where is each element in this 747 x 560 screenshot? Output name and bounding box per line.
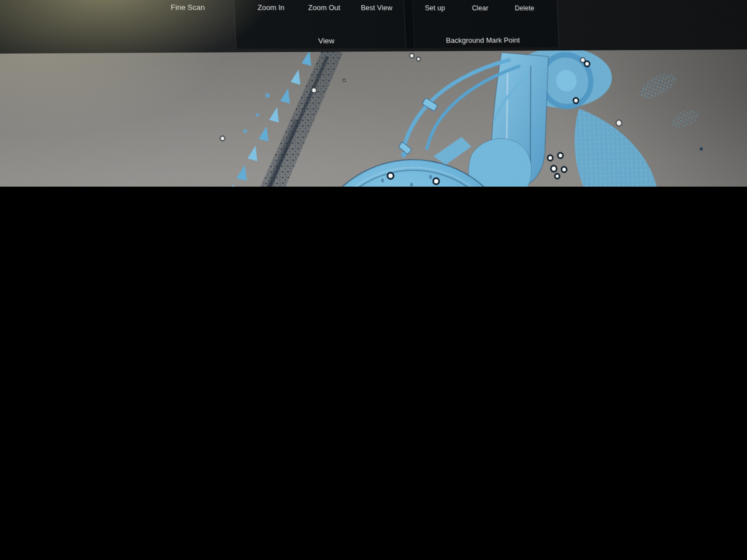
zoom-in-button[interactable]: Zoom In [243, 0, 298, 12]
group-title-view: View [236, 36, 414, 45]
fine-scan-icon [180, 0, 195, 1]
set-up-button[interactable]: Set up [408, 0, 461, 12]
zoom-in-icon [263, 0, 278, 1]
best-view-icon [369, 0, 383, 1]
best-view-button[interactable]: Best View [350, 0, 403, 12]
fine-scan-button[interactable]: Fine Scan [159, 0, 216, 12]
scan-viewport[interactable]: Y Y [0, 49, 747, 187]
point-cloud-noise-upper-left [172, 49, 354, 187]
photo-of-laptop: View Background Mark Point Fine Scan Zoo… [0, 0, 747, 187]
scan-toolbar: View Background Mark Point Fine Scan Zoo… [0, 0, 747, 54]
group-title-bmp: Background Mark Point [406, 36, 559, 45]
set-up-icon [428, 0, 441, 1]
brake-assembly-scan [295, 49, 668, 187]
delete-icon [517, 0, 531, 2]
clear-icon [473, 0, 486, 2]
delete-button[interactable]: Delete [498, 0, 549, 12]
zoom-out-button[interactable]: Zoom Out [297, 0, 351, 12]
zoom-out-icon [317, 0, 331, 1]
clear-button[interactable]: Clear [454, 0, 506, 12]
laptop-screen: View Background Mark Point Fine Scan Zoo… [0, 0, 747, 187]
